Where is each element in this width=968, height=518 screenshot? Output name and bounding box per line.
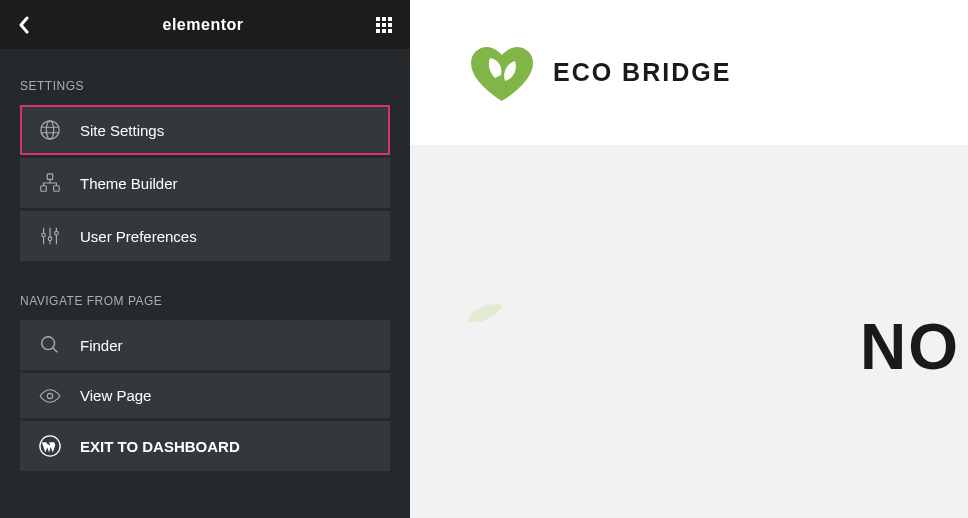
menu-item-label: Site Settings — [80, 122, 164, 139]
svg-rect-0 — [376, 17, 380, 21]
svg-rect-13 — [54, 186, 59, 192]
navigate-menu-list: Finder View Page EXIT TO DASHBOARD — [0, 320, 410, 474]
menu-item-site-settings[interactable]: Site Settings — [20, 105, 390, 155]
svg-rect-2 — [388, 17, 392, 21]
menu-item-user-preferences[interactable]: User Preferences — [20, 211, 390, 261]
svg-rect-4 — [382, 23, 386, 27]
svg-point-18 — [47, 393, 52, 398]
svg-point-15 — [48, 237, 52, 241]
menu-item-label: User Preferences — [80, 228, 197, 245]
preview-area: ECO BRIDGE NO — [410, 0, 968, 518]
leaf-decoration-icon — [465, 300, 505, 324]
eye-icon — [38, 388, 62, 404]
chevron-left-icon — [18, 16, 30, 34]
header-title: elementor — [163, 16, 244, 34]
svg-rect-1 — [382, 17, 386, 21]
menu-item-label: Theme Builder — [80, 175, 178, 192]
search-icon — [38, 334, 62, 356]
preview-body: NO — [410, 145, 968, 518]
apps-grid-icon — [376, 17, 392, 33]
section-label-settings: SETTINGS — [0, 49, 410, 105]
section-label-navigate: NAVIGATE FROM PAGE — [0, 264, 410, 320]
svg-rect-12 — [41, 186, 47, 192]
site-logo: ECO BRIDGE — [465, 43, 731, 103]
heart-leaf-icon — [465, 43, 539, 103]
svg-point-16 — [55, 231, 59, 235]
menu-item-label: Finder — [80, 337, 123, 354]
svg-point-10 — [46, 121, 53, 139]
menu-item-theme-builder[interactable]: Theme Builder — [20, 158, 390, 208]
svg-rect-5 — [388, 23, 392, 27]
site-logo-text: ECO BRIDGE — [553, 58, 731, 87]
svg-point-9 — [41, 121, 59, 139]
preview-header: ECO BRIDGE — [410, 0, 968, 145]
menu-item-view-page[interactable]: View Page — [20, 373, 390, 418]
svg-rect-11 — [47, 174, 53, 180]
back-button[interactable] — [18, 16, 30, 34]
menu-item-label: EXIT TO DASHBOARD — [80, 438, 240, 455]
menu-item-label: View Page — [80, 387, 151, 404]
svg-point-14 — [42, 233, 46, 237]
wordpress-icon — [38, 435, 62, 457]
menu-item-exit-to-dashboard[interactable]: EXIT TO DASHBOARD — [20, 421, 390, 471]
preview-body-text: NO — [860, 310, 960, 384]
svg-rect-8 — [388, 29, 392, 33]
theme-builder-icon — [38, 172, 62, 194]
settings-menu-list: Site Settings Theme Builder — [0, 105, 410, 264]
svg-rect-6 — [376, 29, 380, 33]
svg-rect-7 — [382, 29, 386, 33]
sidebar-header: elementor — [0, 0, 410, 49]
svg-point-17 — [42, 337, 55, 350]
globe-icon — [38, 119, 62, 141]
menu-item-finder[interactable]: Finder — [20, 320, 390, 370]
svg-rect-3 — [376, 23, 380, 27]
preferences-sliders-icon — [38, 225, 62, 247]
apps-button[interactable] — [376, 17, 392, 33]
elementor-sidebar: elementor SETTINGS — [0, 0, 410, 518]
